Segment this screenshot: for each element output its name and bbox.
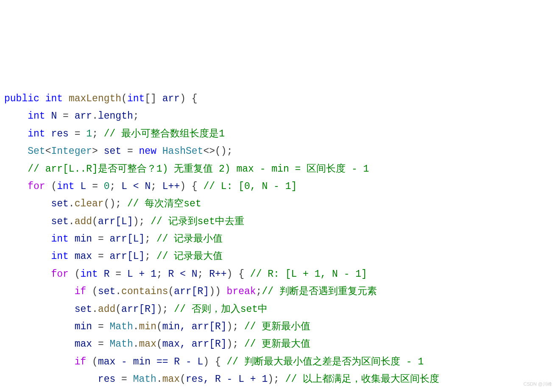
comment: // R: [L + 1, N - 1] (250, 269, 367, 280)
method: add (75, 216, 92, 227)
keyword-public: public (4, 93, 39, 104)
var: N (51, 111, 57, 122)
code-line: int N = arr.length; (4, 111, 139, 122)
comment: // 每次清空set (127, 198, 201, 209)
expr: arr[L] (110, 234, 145, 245)
var: res (51, 128, 68, 139)
comment: // 以上都满足，收集最大区间长度 (285, 374, 439, 385)
var: arr (75, 111, 92, 122)
expr: max - min == R - L (98, 356, 203, 367)
var: set (104, 146, 121, 157)
keyword-new: new (139, 146, 156, 157)
type: Set (28, 146, 45, 157)
number: 1 (86, 128, 92, 139)
expr: R++ (209, 269, 226, 280)
code-line: if (max - min == R - L) { // 判断最大最小值之差是否… (4, 356, 424, 367)
comment: // 更新最大值 (244, 339, 310, 350)
comment: // 更新最小值 (244, 321, 310, 332)
expr: arr[R] (121, 304, 156, 315)
comment: // 最小可整合数组长度是1 (104, 128, 225, 139)
method-name: maxLength (69, 93, 121, 104)
expr: L < N (121, 181, 151, 192)
expr: min, arr[R] (162, 321, 227, 332)
method: add (98, 304, 115, 315)
keyword-int: int (51, 251, 68, 262)
code-line: min = Math.min(min, arr[R]); // 更新最小值 (4, 321, 310, 332)
var: R (104, 269, 110, 280)
field: length (98, 111, 133, 122)
code-editor: public int maxLength(int[] arr) { int N … (4, 73, 554, 392)
expr: L + 1 (127, 269, 156, 280)
code-line: set.add(arr[L]); // 记录到set中去重 (4, 216, 244, 227)
expr: max, arr[R] (162, 339, 227, 350)
code-line: // arr[L..R]是否可整合？1) 无重复值 2) max - min =… (4, 164, 369, 175)
keyword-for: for (28, 181, 45, 192)
watermark: CSDN @川峰 (524, 380, 552, 389)
param: arr (162, 93, 180, 104)
keyword-break: break (227, 286, 256, 297)
keyword-for: for (51, 269, 68, 280)
code-line: max = Math.max(max, arr[R]); // 更新最大值 (4, 339, 310, 350)
expr: R < N (168, 269, 198, 280)
comment: // 否则，加入set中 (174, 304, 268, 315)
comment: // 记录到set中去重 (151, 216, 244, 227)
comment: // arr[L..R]是否可整合？1) 无重复值 2) max - min =… (28, 164, 369, 175)
expr: arr[L] (98, 216, 133, 227)
comment: // 判断是否遇到重复元素 (262, 286, 377, 297)
var: set (98, 286, 115, 297)
var: L (81, 181, 86, 192)
keyword-if: if (75, 356, 86, 367)
var: min (75, 234, 92, 245)
comment: // L: [0, N - 1] (203, 181, 297, 192)
type: Integer (51, 146, 92, 157)
code-line: public int maxLength(int[] arr) { (4, 93, 198, 104)
var: res (98, 374, 115, 385)
method: min (139, 321, 156, 332)
code-line: for (int R = L + 1; R < N; R++) { // R: … (4, 269, 367, 280)
method: max (162, 374, 180, 385)
var: set (51, 216, 68, 227)
code-line: set.clear(); // 每次清空set (4, 198, 201, 209)
comment: // 记录最小值 (156, 234, 223, 245)
type: Math (110, 339, 133, 350)
expr: arr[L] (110, 251, 145, 262)
code-line: res = Math.max(res, R - L + 1); // 以上都满足… (4, 374, 439, 385)
keyword-int: int (28, 111, 45, 122)
code-line: for (int L = 0; L < N; L++) { // L: [0, … (4, 181, 297, 192)
keyword-int: int (28, 128, 45, 139)
number: 0 (104, 181, 110, 192)
code-line: int max = arr[L]; // 记录最大值 (4, 251, 223, 262)
code-line: if (set.contains(arr[R])) break;// 判断是否遇… (4, 286, 377, 297)
var: min (75, 321, 92, 332)
code-line: Set<Integer> set = new HashSet<>(); (4, 146, 232, 157)
code-line: set.add(arr[R]); // 否则，加入set中 (4, 304, 268, 315)
code-line: int min = arr[L]; // 记录最小值 (4, 234, 223, 245)
keyword-int: int (51, 234, 68, 245)
type: Math (110, 321, 133, 332)
keyword-if: if (75, 286, 86, 297)
comment: // 记录最大值 (156, 251, 223, 262)
var: set (51, 198, 68, 209)
var: max (75, 339, 92, 350)
code-line: int res = 1; // 最小可整合数组长度是1 (4, 128, 225, 139)
expr: res, R - L + 1 (186, 374, 268, 385)
expr: arr[R] (174, 286, 209, 297)
method: max (139, 339, 156, 350)
keyword-int: int (127, 93, 145, 104)
keyword-int: int (80, 269, 98, 280)
expr: L++ (162, 181, 180, 192)
method: contains (121, 286, 168, 297)
keyword-int: int (57, 181, 74, 192)
method: clear (75, 198, 104, 209)
var: max (75, 251, 92, 262)
comment: // 判断最大最小值之差是否为区间长度 - 1 (227, 356, 424, 367)
var: set (75, 304, 92, 315)
type: HashSet (162, 146, 204, 157)
keyword-int: int (45, 93, 63, 104)
type: Math (133, 374, 156, 385)
